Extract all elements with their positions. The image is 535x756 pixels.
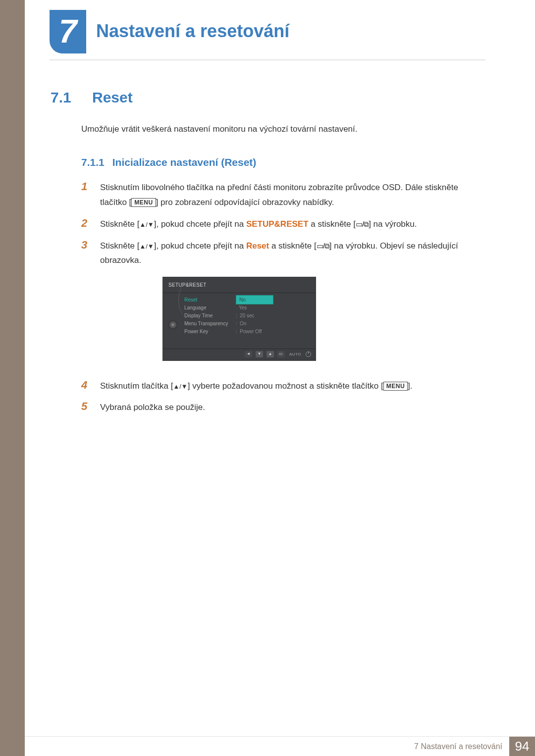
step-text: ], pokud chcete přejít na bbox=[154, 219, 246, 229]
gear-icon bbox=[169, 321, 177, 329]
enter-source-icon bbox=[317, 241, 329, 251]
chapter-rule bbox=[50, 59, 485, 60]
side-accent-bar bbox=[0, 0, 25, 756]
section-title: Reset bbox=[92, 89, 133, 106]
osd-nav-enter-icon: ▭ bbox=[277, 351, 285, 357]
page-footer: 7 Nastavení a resetování 94 bbox=[25, 736, 535, 756]
subsection-number: 7.1.1 bbox=[81, 156, 105, 168]
chapter-title: Nastavení a resetování bbox=[96, 21, 289, 42]
up-down-icon bbox=[139, 219, 154, 229]
step-text: ], pokud chcete přejít na bbox=[154, 241, 246, 251]
highlight-setup-reset: SETUP&RESET bbox=[246, 219, 309, 229]
osd-nav-down-icon: ▼ bbox=[256, 351, 263, 357]
subsection-title: Inicializace nastavení (Reset) bbox=[112, 156, 257, 168]
chapter-number-tab: 7 bbox=[50, 10, 86, 53]
step-2: 2 Stiskněte [], pokud chcete přejít na S… bbox=[81, 217, 485, 232]
step-text: ] pro zobrazení odpovídající obrazovky n… bbox=[156, 198, 334, 207]
osd-arc-decoration bbox=[178, 280, 203, 320]
step-1: 1 Stisknutím libovolného tlačítka na pře… bbox=[81, 180, 485, 210]
step-text: Stiskněte [ bbox=[100, 241, 139, 251]
section-number: 7.1 bbox=[51, 89, 78, 106]
power-icon bbox=[306, 352, 311, 357]
step-text: ] vyberte požadovanou možnost a stisknět… bbox=[188, 381, 383, 391]
highlight-reset: Reset bbox=[246, 241, 269, 251]
step-text: a stiskněte [ bbox=[269, 241, 316, 251]
step-number: 2 bbox=[81, 217, 89, 232]
step-number: 5 bbox=[81, 400, 89, 415]
step-text: Stiskněte [ bbox=[100, 219, 139, 229]
osd-screenshot: SETUP&RESET Reset No bbox=[162, 277, 316, 361]
step-3: 3 Stiskněte [], pokud chcete přejít na R… bbox=[81, 239, 485, 372]
step-number: 4 bbox=[81, 379, 89, 394]
step-5: 5 Vybraná položka se použije. bbox=[81, 400, 485, 415]
osd-value-yes: Yes bbox=[236, 303, 273, 312]
menu-button-icon: MENU bbox=[383, 382, 408, 391]
step-number: 3 bbox=[81, 239, 89, 372]
step-number: 1 bbox=[81, 180, 89, 210]
osd-nav-left-icon: ◄ bbox=[245, 351, 252, 357]
footer-chapter-label: 7 Nastavení a resetování bbox=[414, 737, 509, 756]
step-text: Vybraná položka se použije. bbox=[100, 400, 485, 415]
osd-value-display-time: 20 sec bbox=[240, 311, 254, 320]
step-text: a stiskněte [ bbox=[309, 219, 356, 229]
up-down-icon bbox=[139, 241, 154, 251]
osd-item-menu-transparency: Menu Transparency bbox=[180, 319, 236, 328]
osd-colon: : bbox=[236, 327, 240, 336]
step-list: 1 Stisknutím libovolného tlačítka na pře… bbox=[81, 180, 485, 415]
menu-button-icon: MENU bbox=[131, 198, 156, 207]
step-4: 4 Stisknutím tlačítka [] vyberte požadov… bbox=[81, 379, 485, 394]
osd-auto-label: AUTO bbox=[288, 351, 302, 358]
osd-value-menu-transparency: On bbox=[240, 319, 246, 328]
step-text: Stisknutím tlačítka [ bbox=[100, 381, 173, 391]
step-text: ]. bbox=[408, 381, 412, 391]
osd-item-power-key: Power Key bbox=[180, 327, 236, 336]
page-number: 94 bbox=[509, 737, 535, 756]
osd-colon: : bbox=[236, 319, 240, 328]
enter-source-icon bbox=[356, 219, 369, 229]
osd-colon: : bbox=[236, 311, 240, 320]
section-intro: Umožňuje vrátit veškerá nastavení monito… bbox=[81, 123, 485, 136]
step-text: ] na výrobku. bbox=[369, 219, 417, 229]
osd-nav-up-icon: ▲ bbox=[267, 351, 274, 357]
up-down-icon bbox=[173, 381, 187, 391]
osd-value-power-key: Power Off bbox=[240, 327, 262, 336]
